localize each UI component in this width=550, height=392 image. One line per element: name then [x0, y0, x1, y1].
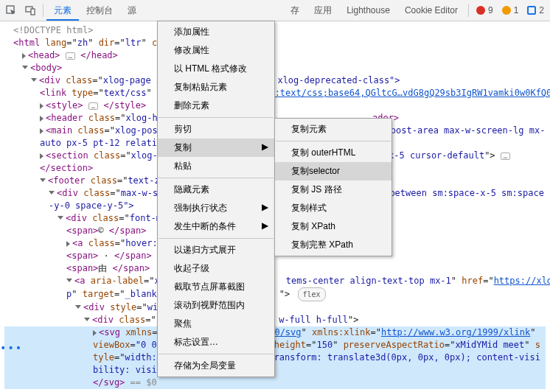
- menu-badge[interactable]: 标志设置…: [158, 333, 274, 351]
- ellipsis-icon[interactable]: …: [88, 102, 98, 110]
- link-tag[interactable]: <link type="text/css" ata:text/css;base6…: [4, 87, 546, 99]
- inspect-icon[interactable]: [1, 1, 21, 20]
- menu-break-on[interactable]: 发生中断的条件▶: [158, 217, 274, 236]
- tab-console[interactable]: 控制台: [79, 0, 120, 21]
- menu-scroll-into[interactable]: 滚动到视野范围内: [158, 296, 274, 315]
- doctype[interactable]: <!DOCTYPE html>: [4, 24, 546, 37]
- a-aria[interactable]: <a aria-label="xltems-center align-text-…: [4, 275, 546, 287]
- submenu-copy-selector[interactable]: 复制selector: [275, 162, 391, 181]
- tab-elements[interactable]: 元素: [46, 0, 79, 21]
- tab-memory[interactable]: 存: [283, 0, 307, 21]
- submenu-copy-element[interactable]: 复制元素: [275, 120, 391, 139]
- tab-sources[interactable]: 源: [120, 0, 144, 21]
- warning-icon: [502, 6, 511, 15]
- menu-expand-rec[interactable]: 以递归方式展开: [158, 241, 274, 259]
- flex-pill: flex: [298, 287, 326, 301]
- span-by[interactable]: <span>由 </span>: [4, 262, 546, 275]
- warning-count: 1: [514, 5, 519, 15]
- menu-delete[interactable]: 删除元素: [158, 97, 274, 115]
- menu-separator: [159, 238, 274, 239]
- menu-separator: [159, 354, 274, 354]
- error-count: 9: [488, 5, 493, 15]
- menu-focus[interactable]: 聚焦: [158, 315, 274, 333]
- ellipsis-icon[interactable]: …: [66, 52, 75, 60]
- div-wfull[interactable]: <div class="k w-full h-full">: [4, 314, 546, 326]
- menu-edit-attr[interactable]: 修改属性: [158, 41, 274, 60]
- tab-cookie-editor[interactable]: Cookie Editor: [397, 0, 465, 21]
- tab-application[interactable]: 应用: [307, 0, 339, 21]
- menu-paste[interactable]: 粘贴: [158, 157, 274, 175]
- devtools-toolbar: 元素 控制台 源 存 应用 Lighthouse Cookie Editor 9…: [0, 0, 550, 21]
- info-count: 2: [539, 5, 544, 15]
- body-tag[interactable]: <body>: [4, 62, 546, 74]
- menu-cut[interactable]: 剪切: [158, 120, 274, 139]
- menu-separator: [159, 117, 274, 118]
- submenu-copy-xpath[interactable]: 复制 XPath: [275, 217, 391, 236]
- context-menu: 添加属性 修改属性 以 HTML 格式修改 复制粘贴元素 删除元素 剪切 复制▶…: [157, 21, 275, 377]
- submenu-copy-jspath[interactable]: 复制 JS 路径: [275, 181, 391, 199]
- div-xlog-page[interactable]: <div class="xlog-page xlxlog-deprecated-…: [4, 74, 546, 87]
- menu-force-state[interactable]: 强制执行状态▶: [158, 199, 274, 217]
- svg-rect-2: [31, 9, 35, 15]
- info-icon: [527, 6, 536, 15]
- svg-node-selected[interactable]: <svg xmlns="http://www.w3.org/2000/svg" …: [4, 326, 546, 389]
- divider: [43, 4, 43, 17]
- error-icon: [476, 6, 485, 15]
- menu-copy[interactable]: 复制▶: [158, 139, 274, 157]
- menu-separator: [276, 141, 391, 141]
- menu-add-attr[interactable]: 添加属性: [158, 23, 274, 41]
- submenu-copy-outerhtml[interactable]: 复制 outerHTML: [275, 144, 391, 162]
- menu-hide[interactable]: 隐藏元素: [158, 181, 274, 199]
- ellipsis-icon[interactable]: …: [501, 153, 510, 160]
- menu-edit-html[interactable]: 以 HTML 格式修改: [158, 60, 274, 78]
- breakpoint-gutter: •••: [0, 342, 23, 354]
- tab-lighthouse[interactable]: Lighthouse: [339, 0, 397, 21]
- head-tag[interactable]: <head> … </head>: [4, 49, 546, 62]
- info-counter[interactable]: 2: [523, 5, 549, 15]
- divider: [468, 4, 469, 17]
- submenu-copy-styles[interactable]: 复制样式: [275, 199, 391, 217]
- menu-store-global[interactable]: 存储为全局变量: [158, 357, 274, 375]
- copy-submenu: 复制元素 复制 outerHTML 复制selector 复制 JS 路径 复制…: [274, 118, 392, 256]
- submenu-arrow-icon: ▶: [262, 220, 268, 231]
- menu-duplicate[interactable]: 复制粘贴元素: [158, 78, 274, 97]
- submenu-arrow-icon: ▶: [262, 141, 268, 152]
- html-tag[interactable]: <html lang="zh" dir="ltr" c: [4, 37, 546, 49]
- submenu-copy-full-xpath[interactable]: 复制完整 XPath: [275, 236, 391, 254]
- a-aria2[interactable]: p" target="_blank"> flex: [4, 287, 546, 301]
- menu-separator: [159, 178, 274, 178]
- menu-screenshot[interactable]: 截取节点屏幕截图: [158, 278, 274, 296]
- error-counter[interactable]: 9: [472, 5, 498, 15]
- div-wic[interactable]: <div style="wic: [4, 301, 546, 314]
- device-toggle-icon[interactable]: [21, 1, 40, 20]
- submenu-arrow-icon: ▶: [262, 202, 268, 212]
- style-tag[interactable]: <style> … </style>: [4, 99, 546, 112]
- warning-counter[interactable]: 1: [498, 5, 523, 15]
- menu-collapse[interactable]: 收起子级: [158, 259, 274, 278]
